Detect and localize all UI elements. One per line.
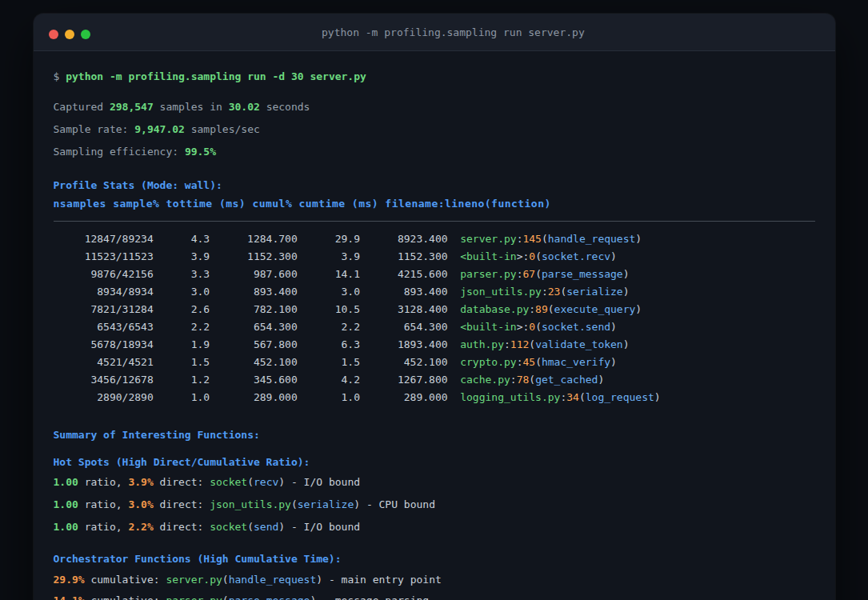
hot-ratio: 1.00 bbox=[54, 476, 78, 488]
table-row: 8934/89343.0893.4003.0893.400json_utils.… bbox=[54, 283, 816, 301]
loc-paren-open: ( bbox=[535, 250, 542, 262]
loc-colon: : bbox=[542, 286, 548, 298]
cell-function: hmac_verify bbox=[542, 356, 610, 368]
orchestrator-item: 14.1% cumulative: parser.py(parse_messag… bbox=[54, 593, 816, 600]
cell-filename: parser.py bbox=[460, 268, 516, 280]
hot-spot-item: 1.00 ratio, 3.9% direct: socket(recv) - … bbox=[54, 474, 816, 490]
orchestrator-heading: Orchestrator Functions (High Cumulative … bbox=[54, 551, 816, 567]
cell-sample-pct: 3.9 bbox=[154, 248, 210, 266]
loc-colon: : bbox=[504, 338, 510, 350]
cell-nsamples: 8934/8934 bbox=[54, 283, 154, 301]
loc-paren-open: ( bbox=[529, 374, 535, 386]
hot-direct-pct: 2.2% bbox=[128, 521, 153, 533]
loc-paren-close: ) bbox=[610, 321, 617, 333]
cell-nsamples: 11523/11523 bbox=[54, 248, 154, 266]
table-row: 7821/312842.6782.10010.53128.400database… bbox=[54, 301, 816, 318]
cell-lineno: 145 bbox=[522, 233, 541, 245]
table-row: 6543/65432.2654.3002.2654.300<built-in>:… bbox=[54, 318, 816, 336]
orch-cumul-pct: 29.9% bbox=[54, 574, 85, 586]
cell-lineno: 45 bbox=[522, 356, 535, 368]
cell-lineno: 0 bbox=[529, 250, 535, 262]
command-text: python -m profiling.sampling run -d 30 s… bbox=[66, 70, 366, 82]
cell-nsamples: 3456/12678 bbox=[54, 371, 154, 389]
hot-tail: ) - I/O bound bbox=[278, 476, 360, 488]
hot-direct-label: direct: bbox=[154, 498, 210, 510]
summary-heading: Summary of Interesting Functions: bbox=[54, 427, 816, 443]
cell-function: execute_query bbox=[554, 303, 636, 315]
table-row: 11523/115233.91152.3003.91152.300<built-… bbox=[54, 248, 816, 266]
cell-tottime: 452.100 bbox=[210, 354, 298, 371]
cell-nsamples: 9876/42156 bbox=[54, 266, 154, 283]
rate-label: Sample rate: bbox=[54, 123, 135, 135]
cell-sample-pct: 1.0 bbox=[154, 389, 210, 406]
hot-spot-item: 1.00 ratio, 3.0% direct: json_utils.py(s… bbox=[54, 497, 816, 513]
hot-ratio-label: ratio, bbox=[78, 476, 129, 488]
cell-cumtime: 1267.800 bbox=[360, 371, 448, 389]
cell-cumul-pct: 1.0 bbox=[298, 389, 360, 406]
cell-tottime: 289.000 bbox=[210, 389, 298, 406]
loc-paren-close: ) bbox=[635, 233, 642, 245]
hot-direct-pct: 3.0% bbox=[128, 498, 153, 510]
cell-function: parse_message bbox=[542, 268, 623, 280]
cell-cumul-pct: 3.9 bbox=[298, 248, 360, 266]
orchestrator-item: 29.9% cumulative: server.py(handle_reque… bbox=[54, 572, 816, 588]
cell-lineno: 112 bbox=[510, 338, 529, 350]
cell-filename: json_utils.py bbox=[460, 286, 542, 298]
sample-rate-line: Sample rate: 9,947.02 samples/sec bbox=[54, 122, 816, 138]
captured-label: Captured bbox=[54, 101, 110, 113]
table-columns-header: nsamples sample% tottime (ms) cumul% cum… bbox=[54, 196, 816, 212]
table-divider bbox=[54, 221, 816, 222]
table-row: 5678/189341.9567.8006.31893.400auth.py:1… bbox=[54, 336, 816, 354]
loc-paren-open: ( bbox=[535, 321, 542, 333]
hot-spots-list: 1.00 ratio, 3.9% direct: socket(recv) - … bbox=[54, 474, 816, 535]
cell-filename: database.py bbox=[460, 303, 529, 315]
cell-cumtime: 289.000 bbox=[360, 389, 448, 406]
cell-cumul-pct: 6.3 bbox=[298, 336, 360, 354]
cell-lineno: 78 bbox=[517, 374, 530, 386]
table-row: 2890/28901.0289.0001.0289.000logging_uti… bbox=[54, 389, 816, 406]
orch-function: parse_message bbox=[229, 594, 310, 600]
duration-value: 30.02 bbox=[229, 101, 260, 113]
loc-paren-close: ) bbox=[598, 374, 604, 386]
cell-cumtime: 4215.600 bbox=[360, 266, 448, 283]
close-button[interactable] bbox=[49, 30, 58, 39]
cell-sample-pct: 3.3 bbox=[154, 266, 210, 283]
samples-in-label: samples in bbox=[154, 101, 229, 113]
cell-nsamples: 12847/89234 bbox=[54, 230, 154, 248]
cell-filename: <built-in bbox=[460, 250, 516, 262]
cell-tottime: 987.600 bbox=[210, 266, 298, 283]
cell-nsamples: 2890/2890 bbox=[54, 389, 154, 406]
cell-filename: server.py bbox=[460, 233, 516, 245]
cell-filename: auth.py bbox=[460, 338, 504, 350]
table-row: 3456/126781.2345.6004.21267.800cache.py:… bbox=[54, 371, 816, 389]
cell-tottime: 893.400 bbox=[210, 283, 298, 301]
table-row: 9876/421563.3987.60014.14215.600parser.p… bbox=[54, 266, 816, 283]
cell-nsamples: 6543/6543 bbox=[54, 318, 154, 336]
loc-colon: : bbox=[510, 374, 517, 386]
efficiency-label: Sampling efficiency: bbox=[54, 146, 185, 158]
cell-nsamples: 4521/4521 bbox=[54, 354, 154, 371]
cell-nsamples: 7821/31284 bbox=[54, 301, 154, 318]
cell-function: serialize bbox=[566, 286, 622, 298]
cell-filename: cache.py bbox=[460, 374, 510, 386]
zoom-button[interactable] bbox=[81, 30, 90, 39]
cell-nsamples: 5678/18934 bbox=[54, 336, 154, 354]
cell-sample-pct: 3.0 bbox=[154, 283, 210, 301]
loc-paren-open: ( bbox=[542, 233, 548, 245]
stats-table: 12847/892344.31284.70029.98923.400server… bbox=[54, 230, 816, 406]
orch-tail: ) - main entry point bbox=[316, 574, 442, 586]
cell-lineno: 23 bbox=[548, 286, 561, 298]
cell-tottime: 654.300 bbox=[210, 318, 298, 336]
loc-paren-close: ) bbox=[610, 250, 617, 262]
cell-function: socket.recv bbox=[542, 250, 610, 262]
hot-paren-open: ( bbox=[247, 476, 254, 488]
loc-paren-open: ( bbox=[579, 391, 586, 403]
hot-direct-label: direct: bbox=[154, 476, 210, 488]
cell-cumtime: 452.100 bbox=[360, 354, 448, 371]
cell-cumul-pct: 14.1 bbox=[298, 266, 360, 283]
hot-ratio: 1.00 bbox=[54, 498, 78, 510]
rate-unit-label: samples/sec bbox=[185, 123, 260, 135]
minimize-button[interactable] bbox=[65, 30, 74, 39]
loc-paren-open: ( bbox=[535, 268, 542, 280]
loc-colon: : bbox=[529, 303, 535, 315]
